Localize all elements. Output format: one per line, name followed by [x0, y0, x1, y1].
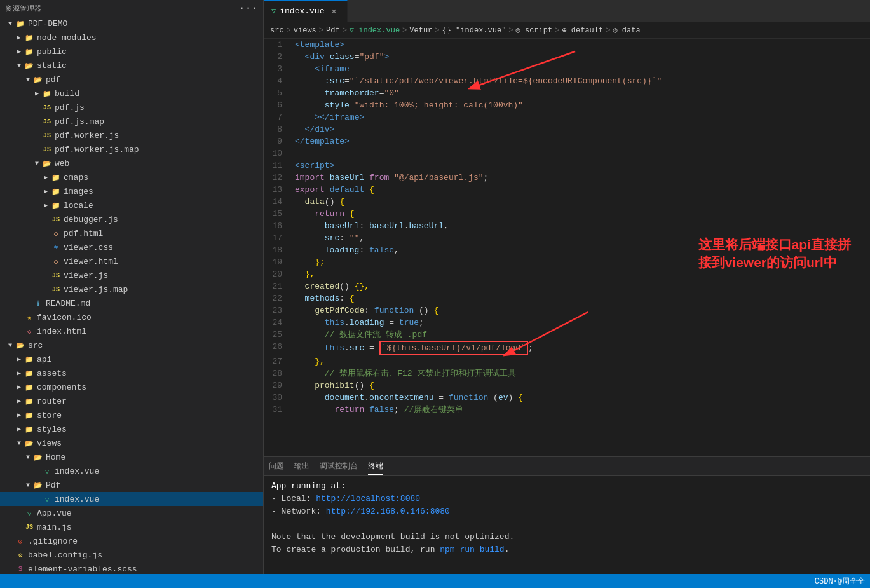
- panel-tab-terminal[interactable]: 终端: [368, 458, 383, 475]
- readme-icon: ℹ: [33, 298, 43, 308]
- sidebar-item-viewer-js-map[interactable]: JS viewer.js.map: [0, 282, 263, 296]
- sidebar-item-components[interactable]: 📁 components: [0, 380, 263, 394]
- panel-tabs: 问题 输出 调试控制台 终端: [264, 457, 870, 476]
- spacer: [14, 522, 24, 532]
- babel-icon: ⚙: [15, 550, 25, 560]
- sidebar-item-assets[interactable]: 📁 assets: [0, 366, 263, 380]
- code-line-15: 15 return {: [264, 208, 870, 220]
- code-line-27: 27 },: [264, 355, 870, 367]
- expand-icon: [14, 438, 24, 448]
- panel-tab-output[interactable]: 输出: [294, 458, 309, 475]
- sidebar-item-readme[interactable]: ℹ README.md: [0, 296, 263, 310]
- bc-src: src: [270, 26, 284, 35]
- sidebar-item-label: store: [37, 411, 62, 420]
- sidebar-item-debugger-js[interactable]: JS debugger.js: [0, 212, 263, 226]
- sidebar-item-pdf-html[interactable]: ◇ pdf.html: [0, 226, 263, 240]
- html-icon: ◇: [24, 326, 34, 336]
- expand-icon: [41, 200, 51, 210]
- line-content: <template>: [292, 39, 870, 51]
- spacer: [32, 102, 42, 113]
- sidebar-item-locale[interactable]: 📁 locale: [0, 198, 263, 212]
- folder-icon: 📁: [24, 368, 34, 378]
- sidebar-item-label: components: [37, 383, 86, 392]
- sidebar-item-home-index-vue[interactable]: ▽ index.vue: [0, 464, 263, 478]
- sidebar-item-app-vue[interactable]: ▽ App.vue: [0, 506, 263, 520]
- line-content: methods: {: [292, 292, 870, 304]
- sidebar-item-label: index.vue: [55, 495, 99, 504]
- line-content: </template>: [292, 135, 870, 147]
- html-icon: ◇: [51, 228, 61, 238]
- folder-open-icon: 📂: [24, 60, 34, 71]
- sidebar-item-static[interactable]: 📂 static: [0, 58, 263, 72]
- bc-sep8: >: [606, 26, 610, 35]
- panel-tab-problems[interactable]: 问题: [269, 458, 284, 475]
- sidebar-item-main-js[interactable]: JS main.js: [0, 520, 263, 534]
- sidebar-item-views[interactable]: 📂 views: [0, 436, 263, 450]
- sidebar-item-label: favicon.ico: [37, 313, 92, 322]
- line-number: 7: [264, 111, 292, 123]
- sidebar-item-cmaps[interactable]: 📁 cmaps: [0, 170, 263, 184]
- sidebar-item-node-modules[interactable]: 📁 node_modules: [0, 31, 263, 44]
- spacer: [41, 242, 51, 252]
- sidebar-item-pdf-index-vue[interactable]: ▽ index.vue: [0, 492, 263, 506]
- expand-icon: [41, 186, 51, 196]
- line-content: prohibit() {: [292, 379, 870, 392]
- line-number: 31: [264, 404, 292, 416]
- tab-close-button[interactable]: ✕: [328, 6, 339, 17]
- line-number: 13: [264, 184, 292, 196]
- folder-icon: 📁: [51, 172, 61, 182]
- sidebar-item-label: node_modules: [37, 33, 97, 43]
- sidebar-item-styles[interactable]: 📁 styles: [0, 422, 263, 436]
- sidebar-item-viewer-html[interactable]: ◇ viewer.html: [0, 254, 263, 268]
- folder-icon: 📁: [51, 200, 61, 210]
- sidebar-item-web[interactable]: 📂 web: [0, 156, 263, 170]
- line-content: // 数据文件流 转成 .pdf: [292, 329, 870, 341]
- git-icon: ⊙: [15, 536, 25, 546]
- sidebar-item-src[interactable]: 📂 src: [0, 338, 263, 352]
- sidebar-item-favicon[interactable]: ★ favicon.ico: [0, 310, 263, 324]
- sidebar-more-button[interactable]: ···: [239, 3, 258, 14]
- sidebar-item-babel-config[interactable]: ⚙ babel.config.js: [0, 548, 263, 562]
- sidebar-item-viewer-css[interactable]: # viewer.css: [0, 240, 263, 254]
- folder-icon: 📁: [24, 354, 34, 364]
- terminal-line-5: Note that the development build is not o…: [271, 531, 862, 544]
- sidebar-item-label: cmaps: [64, 173, 88, 182]
- spacer: [32, 116, 42, 126]
- line-content: baseUrl: baseUrl.baseUrl,: [292, 220, 870, 232]
- sidebar-item-public[interactable]: 📁 public: [0, 44, 263, 58]
- bc-data: ◎ data: [613, 25, 640, 35]
- line-number: 26: [264, 341, 292, 355]
- folder-open-icon: 📂: [24, 438, 34, 448]
- spacer: [32, 494, 42, 504]
- sidebar-item-home[interactable]: 📂 Home: [0, 450, 263, 464]
- tab-index-vue[interactable]: ▽ index.vue ✕: [264, 0, 348, 22]
- line-number: 18: [264, 244, 292, 256]
- terminal-content[interactable]: App running at: - Local: http://localhos…: [264, 476, 870, 574]
- sidebar-item-pdf-js[interactable]: JS pdf.js: [0, 100, 263, 114]
- sidebar-item-viewer-js[interactable]: JS viewer.js: [0, 268, 263, 282]
- sidebar-item-build[interactable]: 📁 build: [0, 86, 263, 100]
- line-number: 5: [264, 87, 292, 99]
- sidebar-item-gitignore[interactable]: ⊙ .gitignore: [0, 534, 263, 548]
- favicon-icon: ★: [24, 312, 34, 322]
- sidebar-item-api[interactable]: 📁 api: [0, 352, 263, 366]
- sidebar-item-pdf-worker-js-map[interactable]: JS pdf.worker.js.map: [0, 142, 263, 156]
- sidebar-item-store[interactable]: 📁 store: [0, 408, 263, 422]
- terminal-line-1: App running at:: [271, 480, 862, 493]
- panel-tab-debug[interactable]: 调试控制台: [320, 458, 358, 475]
- sidebar-item-images[interactable]: 📁 images: [0, 184, 263, 198]
- sidebar-item-pdf-js-map[interactable]: JS pdf.js.map: [0, 114, 263, 128]
- sidebar-item-index-html[interactable]: ◇ index.html: [0, 324, 263, 338]
- spacer: [41, 214, 51, 224]
- folder-icon: 📁: [24, 396, 34, 406]
- line-number: 23: [264, 304, 292, 317]
- sidebar-item-pdf-demo[interactable]: 📁 PDF-DEMO: [0, 17, 263, 31]
- sidebar-item-pdf-worker-js[interactable]: JS pdf.worker.js: [0, 128, 263, 142]
- sidebar-item-pdf[interactable]: 📂 pdf: [0, 72, 263, 86]
- sidebar-item-label: index.html: [37, 327, 86, 336]
- sidebar-item-pdf-folder[interactable]: 📂 Pdf: [0, 478, 263, 492]
- sidebar-item-element-variables[interactable]: S element-variables.scss: [0, 562, 263, 574]
- expand-icon: [5, 340, 15, 350]
- sidebar-item-label: api: [37, 355, 51, 364]
- sidebar-item-router[interactable]: 📁 router: [0, 394, 263, 408]
